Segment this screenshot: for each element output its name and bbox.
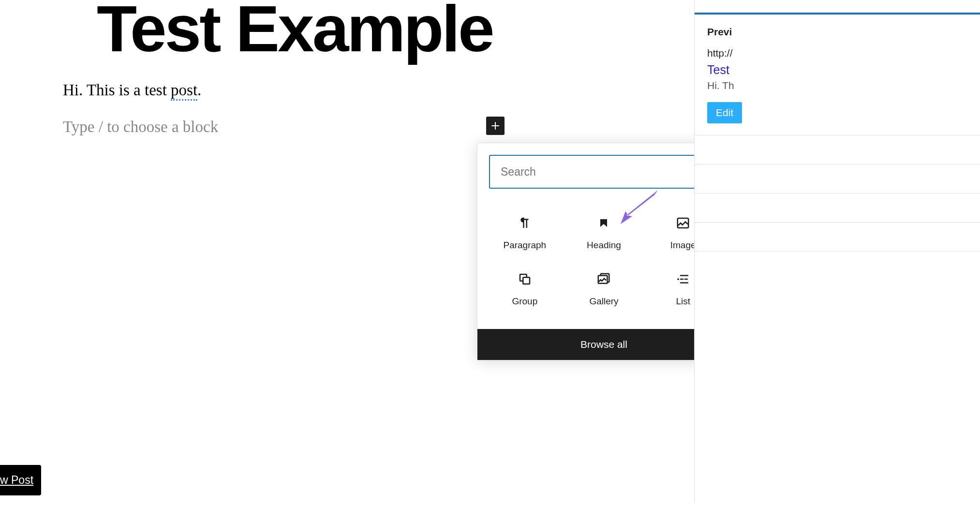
content-text-after: . (197, 81, 201, 99)
paragraph-icon (518, 216, 532, 230)
block-label: Group (512, 296, 537, 307)
svg-rect-3 (523, 277, 530, 284)
preview-title: Test (707, 63, 967, 77)
search-wrapper (477, 143, 730, 200)
sidebar-panel[interactable] (695, 164, 980, 194)
svg-point-5 (677, 278, 679, 280)
editor-canvas: Test Example Hi. This is a test post. Ty… (0, 0, 694, 508)
preview-url: http:// (707, 47, 967, 59)
block-paragraph[interactable]: Paragraph (485, 205, 564, 261)
preview-snippet: Hi. Th (707, 80, 967, 91)
image-icon (676, 216, 690, 230)
block-gallery[interactable]: Gallery (564, 261, 644, 317)
gallery-icon (596, 272, 611, 286)
block-search-input[interactable] (489, 155, 719, 189)
block-label: Heading (587, 240, 621, 251)
block-heading[interactable]: Heading (564, 205, 644, 261)
seo-preview-section: Previ http:// Test Hi. Th Edit (695, 15, 980, 135)
list-icon (676, 272, 690, 286)
block-label: Paragraph (503, 240, 546, 251)
heading-icon (596, 216, 611, 230)
preview-heading: Previ (707, 26, 967, 38)
add-block-button[interactable] (486, 117, 505, 135)
sidebar-panel[interactable] (695, 194, 980, 223)
new-post-button[interactable]: w Post (0, 465, 41, 495)
block-inserter-popover: Paragraph Heading Image (477, 143, 731, 360)
browse-all-button[interactable]: Browse all (477, 329, 730, 360)
spellcheck-word[interactable]: post (171, 81, 197, 101)
plus-icon (490, 120, 501, 132)
edit-snippet-button[interactable]: Edit (707, 102, 742, 123)
sidebar-tab[interactable] (695, 0, 980, 15)
block-label: Image (670, 240, 696, 251)
post-content-paragraph[interactable]: Hi. This is a test post. (63, 81, 201, 99)
post-title[interactable]: Test Example (97, 0, 493, 65)
block-group[interactable]: Group (485, 261, 564, 317)
content-text: Hi. This is a test (63, 81, 171, 99)
block-label: List (676, 296, 690, 307)
block-placeholder[interactable]: Type / to choose a block (63, 118, 218, 136)
block-grid: Paragraph Heading Image (477, 200, 730, 329)
block-label: Gallery (589, 296, 618, 307)
group-icon (518, 272, 532, 286)
sidebar-panel[interactable] (695, 223, 980, 252)
settings-sidebar: Previ http:// Test Hi. Th Edit (694, 0, 980, 503)
sidebar-panel[interactable] (695, 135, 980, 164)
